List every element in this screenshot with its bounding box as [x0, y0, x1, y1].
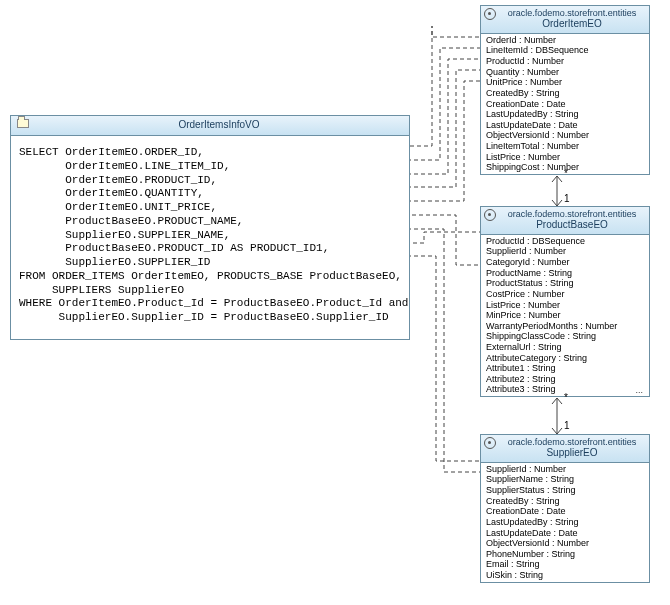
attribute-row: WarrantyPeriodMonths : Number: [481, 321, 649, 332]
attribute-row: Attribute2 : String: [481, 374, 649, 385]
attribute-row: CreatedBy : String: [481, 496, 649, 507]
entity-supplier-header: oracle.fodemo.storefront.entities Suppli…: [481, 435, 649, 463]
attribute-row: ObjectVersionId : Number: [481, 130, 649, 141]
gear-icon: [484, 437, 498, 451]
attribute-row: ProductId : DBSequence: [481, 236, 649, 247]
multiplicity-one: 1: [564, 420, 570, 431]
sql-text: SELECT OrderItemEO.ORDER_ID, OrderItemEO…: [11, 136, 409, 335]
entity-productbase-name: ProductBaseEO: [499, 219, 645, 231]
attribute-row: SupplierId : Number: [481, 246, 649, 257]
attribute-row: ExternalUrl : String: [481, 342, 649, 353]
attribute-row: LineItemId : DBSequence: [481, 45, 649, 56]
view-object-header: OrderItemsInfoVO: [11, 116, 409, 136]
multiplicity-star: *: [564, 168, 568, 179]
attribute-row: ProductName : String: [481, 268, 649, 279]
entity-productbase-body: ProductId : DBSequenceSupplierId : Numbe…: [481, 235, 649, 396]
ellipsis-icon: ...: [635, 385, 643, 395]
attribute-row: LastUpdateDate : Date: [481, 528, 649, 539]
gear-icon: [484, 209, 498, 223]
entity-productbase-header: oracle.fodemo.storefront.entities Produc…: [481, 207, 649, 235]
attribute-row: ListPrice : Number: [481, 300, 649, 311]
gear-icon: [484, 8, 498, 22]
attribute-row: LineItemTotal : Number: [481, 141, 649, 152]
entity-orderitem-name: OrderItemEO: [499, 18, 645, 30]
entity-supplier-pkg: oracle.fodemo.storefront.entities: [499, 437, 645, 447]
attribute-row: ListPrice : Number: [481, 152, 649, 163]
attribute-row: SupplierStatus : String: [481, 485, 649, 496]
attribute-row: CreatedBy : String: [481, 88, 649, 99]
attribute-row: LastUpdatedBy : String: [481, 109, 649, 120]
entity-productbase-panel: oracle.fodemo.storefront.entities Produc…: [480, 206, 650, 397]
attribute-row: LastUpdatedBy : String: [481, 517, 649, 528]
attribute-row: UiSkin : String: [481, 570, 649, 581]
attribute-row: Email : String: [481, 559, 649, 570]
attribute-row: ShippingClassCode : String: [481, 331, 649, 342]
entity-supplier-name: SupplierEO: [499, 447, 645, 459]
entity-orderitem-pkg: oracle.fodemo.storefront.entities: [499, 8, 645, 18]
folder-icon: [17, 119, 29, 128]
attribute-row: ObjectVersionId : Number: [481, 538, 649, 549]
multiplicity-star: *: [564, 392, 568, 403]
entity-orderitem-body: OrderId : NumberLineItemId : DBSequenceP…: [481, 34, 649, 174]
attribute-row: ProductStatus : String: [481, 278, 649, 289]
attribute-row: AttributeCategory : String: [481, 353, 649, 364]
attribute-row: SupplierName : String: [481, 474, 649, 485]
attribute-row: LastUpdateDate : Date: [481, 120, 649, 131]
multiplicity-one: 1: [564, 193, 570, 204]
entity-supplier-body: SupplierId : NumberSupplierName : String…: [481, 463, 649, 582]
attribute-row: CategoryId : Number: [481, 257, 649, 268]
attribute-row: PhoneNumber : String: [481, 549, 649, 560]
attribute-row: OrderId : Number: [481, 35, 649, 46]
attribute-row: ProductId : Number: [481, 56, 649, 67]
entity-orderitem-panel: oracle.fodemo.storefront.entities OrderI…: [480, 5, 650, 175]
attribute-row: CostPrice : Number: [481, 289, 649, 300]
view-object-panel: OrderItemsInfoVO SELECT OrderItemEO.ORDE…: [10, 115, 410, 340]
attribute-row: CreationDate : Date: [481, 506, 649, 517]
attribute-row: Attribute1 : String: [481, 363, 649, 374]
attribute-row: SupplierId : Number: [481, 464, 649, 475]
entity-supplier-panel: oracle.fodemo.storefront.entities Suppli…: [480, 434, 650, 583]
view-object-title: OrderItemsInfoVO: [178, 119, 259, 130]
attribute-row: Quantity : Number: [481, 67, 649, 78]
attribute-row: CreationDate : Date: [481, 99, 649, 110]
entity-orderitem-header: oracle.fodemo.storefront.entities OrderI…: [481, 6, 649, 34]
entity-productbase-pkg: oracle.fodemo.storefront.entities: [499, 209, 645, 219]
attribute-row: MinPrice : Number: [481, 310, 649, 321]
attribute-row: UnitPrice : Number: [481, 77, 649, 88]
